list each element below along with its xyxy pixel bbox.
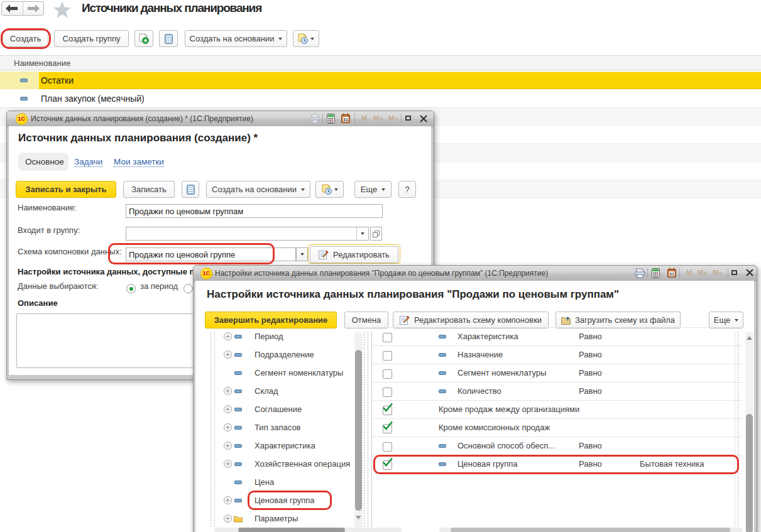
svg-text:31: 31: [343, 117, 348, 122]
svg-text:31: 31: [669, 272, 674, 276]
